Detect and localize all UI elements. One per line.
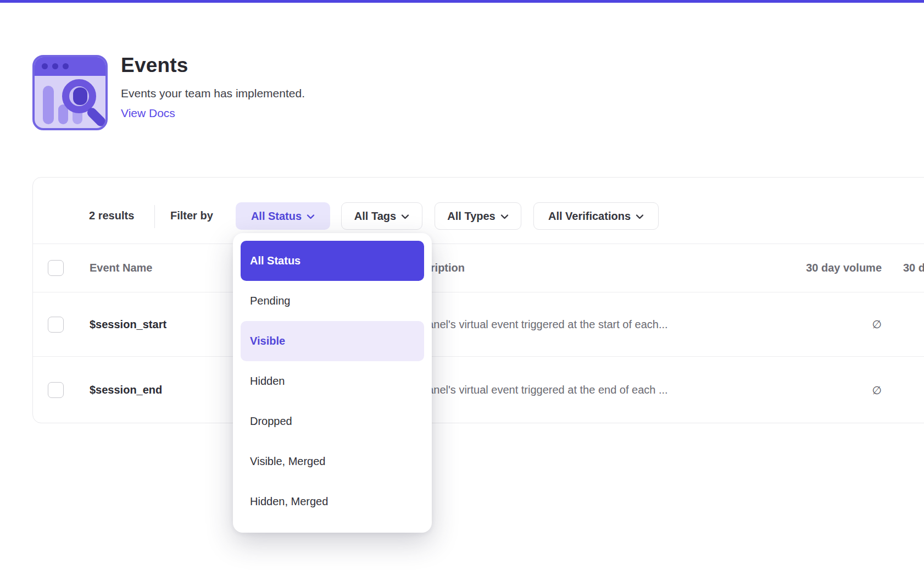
browser-titlebar-icon <box>35 57 105 76</box>
tags-filter-button[interactable]: All Tags <box>341 202 422 230</box>
types-filter-label: All Types <box>447 210 495 223</box>
event-name[interactable]: $session_end <box>90 357 162 423</box>
chevron-down-icon <box>307 214 315 219</box>
view-docs-link[interactable]: View Docs <box>121 107 175 120</box>
page-subtitle: Events your team has implemented. <box>121 87 305 100</box>
select-all-checkbox[interactable] <box>48 260 64 276</box>
menu-item-visible-merged[interactable]: Visible, Merged <box>241 441 424 482</box>
event-description: Mixpanel's virtual event triggered at th… <box>404 357 668 423</box>
event-volume: ∅ <box>717 357 882 423</box>
events-app-icon <box>32 55 108 130</box>
menu-item-all-status[interactable]: All Status <box>241 241 424 281</box>
filter-by-label: Filter by <box>170 209 213 222</box>
row-checkbox[interactable] <box>48 382 64 398</box>
menu-item-hidden[interactable]: Hidden <box>241 361 424 401</box>
column-header-30-day-truncated[interactable]: 30 d <box>903 244 924 292</box>
page-title: Events <box>121 54 188 77</box>
chevron-down-icon <box>636 214 644 219</box>
status-filter-button[interactable]: All Status <box>236 202 330 230</box>
table-header-row: Event Name Description 30 day volume 30 … <box>33 244 924 292</box>
table-row[interactable]: $session_start Mixpanel's virtual event … <box>33 292 924 357</box>
status-dropdown-menu: All Status Pending Visible Hidden Droppe… <box>233 233 432 533</box>
menu-item-visible[interactable]: Visible <box>241 321 424 361</box>
menu-item-hidden-merged[interactable]: Hidden, Merged <box>241 482 424 522</box>
menu-item-pending[interactable]: Pending <box>241 281 424 321</box>
tags-filter-label: All Tags <box>354 210 396 223</box>
row-checkbox[interactable] <box>48 317 64 333</box>
results-count: 2 results <box>89 209 134 222</box>
chevron-down-icon <box>401 214 409 219</box>
types-filter-button[interactable]: All Types <box>435 202 521 230</box>
column-header-event-name[interactable]: Event Name <box>90 244 153 292</box>
toolbar-divider <box>154 205 155 228</box>
column-header-30-day-volume[interactable]: 30 day volume <box>717 244 882 292</box>
events-card: 2 results Filter by All Status All Tags … <box>32 177 924 423</box>
chart-bar-icon <box>43 86 54 124</box>
event-description: Mixpanel's virtual event triggered at th… <box>404 292 668 356</box>
table-row[interactable]: $session_end Mixpanel's virtual event tr… <box>33 357 924 423</box>
magnifier-lens-icon <box>73 87 87 105</box>
filter-toolbar: 2 results Filter by All Status All Tags … <box>33 178 924 244</box>
menu-item-dropped[interactable]: Dropped <box>241 401 424 441</box>
event-volume: ∅ <box>717 292 882 356</box>
chevron-down-icon <box>500 214 509 219</box>
magnifier-handle-icon <box>85 106 107 128</box>
verifications-filter-button[interactable]: All Verifications <box>533 202 659 230</box>
event-name[interactable]: $session_start <box>90 292 166 356</box>
top-accent-bar <box>0 0 924 3</box>
status-filter-label: All Status <box>251 210 302 223</box>
verifications-filter-label: All Verifications <box>548 210 631 223</box>
